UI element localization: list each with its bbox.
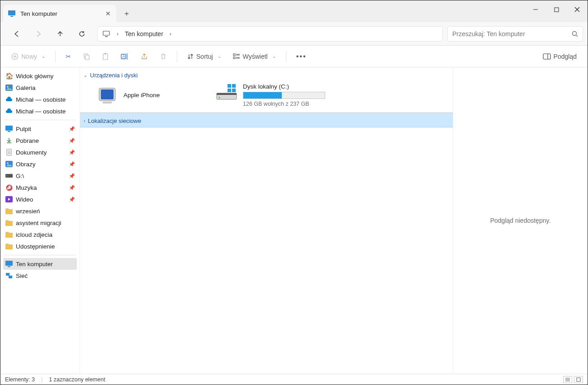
minimize-button[interactable] <box>525 0 546 19</box>
search-input[interactable]: Przeszukaj: Ten komputer <box>447 26 583 42</box>
sidebar-item-quick[interactable]: Pulpit📌 <box>3 123 77 135</box>
svg-rect-49 <box>103 102 112 103</box>
svg-rect-20 <box>233 54 235 56</box>
pin-icon: 📌 <box>69 138 75 144</box>
chevron-right-icon[interactable]: › <box>117 31 119 37</box>
sidebar-item-quick[interactable]: Dokumenty📌 <box>3 146 77 158</box>
close-window-button[interactable] <box>567 0 588 19</box>
cut-button[interactable]: ✂ <box>61 49 76 64</box>
svg-rect-45 <box>6 273 9 276</box>
sidebar-item-label: asystent migracji <box>16 220 62 226</box>
sidebar-item-quick[interactable]: Wideo📌 <box>3 193 77 205</box>
sidebar-item-gallery[interactable]: Galeria <box>3 82 77 94</box>
address-bar[interactable]: › Ten komputer › <box>97 26 443 42</box>
sidebar-item-home[interactable]: 🏠 Widok główny <box>3 70 77 82</box>
folder-icon <box>5 160 13 168</box>
separator <box>55 51 56 62</box>
svg-point-8 <box>573 31 577 35</box>
drive-icon <box>216 83 237 101</box>
svg-rect-53 <box>232 89 236 92</box>
folder-icon <box>5 136 13 145</box>
breadcrumb[interactable]: Ten komputer <box>125 30 163 38</box>
delete-button[interactable] <box>155 49 171 64</box>
folder-icon <box>5 242 13 250</box>
devices-and-drives: Apple iPhone <box>80 81 453 113</box>
pin-icon: 📌 <box>69 197 75 202</box>
new-tab-button[interactable]: ＋ <box>119 6 134 21</box>
sidebar-item-onedrive[interactable]: Michał — osobiste <box>3 94 77 105</box>
sidebar-item-quick[interactable]: Muzyka📌 <box>3 182 77 193</box>
back-button[interactable] <box>6 25 28 43</box>
view-icons-button[interactable] <box>574 376 583 383</box>
window-controls <box>525 0 588 19</box>
device-item[interactable]: Apple iPhone <box>96 83 205 107</box>
folder-icon <box>5 207 13 215</box>
status-selected-count: 1 zaznaczony element <box>49 376 105 383</box>
iphone-icon <box>96 86 118 104</box>
drive-space-text: 126 GB wolnych z 237 GB <box>243 101 325 107</box>
preview-empty-text: Podgląd niedostępny. <box>490 217 551 224</box>
window-tab[interactable]: Ten komputer ✕ <box>3 5 116 22</box>
address-bar-row: › Ten komputer › Przeszukaj: Ten kompute… <box>0 22 588 46</box>
group-header-network[interactable]: › Lokalizacje sieciowe <box>80 113 453 127</box>
paste-icon <box>102 53 109 60</box>
share-button[interactable] <box>136 49 152 64</box>
search-icon <box>572 31 578 37</box>
folder-icon <box>5 148 13 156</box>
svg-rect-0 <box>8 10 15 15</box>
network-icon <box>5 272 13 280</box>
pin-icon: 📌 <box>69 173 75 179</box>
sidebar-item-quick[interactable]: 2G:\📌 <box>3 170 77 182</box>
main-area: ⌄ Urządzenia i dyski Apple iPhone <box>80 67 588 374</box>
maximize-button[interactable] <box>546 0 567 19</box>
paste-button[interactable] <box>97 49 114 64</box>
sidebar-item-quick[interactable]: wrzesień <box>3 205 77 217</box>
sort-button[interactable]: Sortuj ⌄ <box>183 49 226 64</box>
separator <box>177 51 177 62</box>
svg-rect-52 <box>228 89 231 92</box>
home-icon: 🏠 <box>5 72 13 80</box>
new-button[interactable]: Nowy ⌄ <box>7 49 50 64</box>
view-button[interactable]: Wyświetl ⌄ <box>228 49 280 64</box>
sidebar-item-network[interactable]: Sieć <box>3 270 77 282</box>
plus-circle-icon <box>11 53 19 60</box>
sidebar-item-onedrive[interactable]: Michał — osobiste <box>3 105 77 117</box>
sidebar-item-label: Pulpit <box>16 126 31 132</box>
sidebar-item-quick[interactable]: Pobrane📌 <box>3 135 77 146</box>
view-details-button[interactable] <box>563 376 572 383</box>
folder-icon <box>5 183 13 192</box>
drive-item[interactable]: Dysk lokalny (C:) 126 GB wolnych z 237 G… <box>216 83 342 107</box>
svg-rect-3 <box>555 8 559 12</box>
chevron-down-icon: ⌄ <box>84 73 87 78</box>
svg-rect-14 <box>85 55 89 60</box>
view-icon <box>233 53 240 60</box>
drive-label: Dysk lokalny (C:) <box>243 83 325 90</box>
chevron-right-icon: › <box>84 118 85 123</box>
ellipsis-icon: ••• <box>296 52 307 61</box>
details-pane-button[interactable]: Podgląd <box>538 49 581 64</box>
content-pane[interactable]: ⌄ Urządzenia i dyski Apple iPhone <box>80 67 453 374</box>
forward-button[interactable] <box>28 25 49 43</box>
share-icon <box>141 53 148 60</box>
sidebar-item-quick[interactable]: Udostępnienie <box>3 240 77 252</box>
monitor-icon <box>102 30 110 38</box>
sidebar-item-thispc[interactable]: Ten komputer <box>3 258 77 270</box>
copy-button[interactable] <box>78 49 95 64</box>
svg-point-39 <box>6 175 7 176</box>
chevron-right-icon[interactable]: › <box>170 31 171 37</box>
up-button[interactable] <box>49 25 71 43</box>
sidebar-item-quick[interactable]: asystent migracji <box>3 217 77 229</box>
rename-button[interactable]: A <box>116 49 133 64</box>
search-placeholder: Przeszukaj: Ten komputer <box>452 30 572 38</box>
more-button[interactable]: ••• <box>292 49 311 64</box>
explorer-window: Ten komputer ✕ ＋ › Ten komputer › Przesz… <box>0 0 588 385</box>
pin-icon: 📌 <box>69 161 75 167</box>
refresh-button[interactable] <box>71 25 93 43</box>
tab-title: Ten komputer <box>20 10 57 17</box>
group-header-devices[interactable]: ⌄ Urządzenia i dyski <box>80 67 453 81</box>
sidebar-item-quick[interactable]: icloud zdjecia <box>3 229 77 240</box>
close-tab-icon[interactable]: ✕ <box>105 10 111 17</box>
navigation-pane: 🏠 Widok główny Galeria Michał — osobiste… <box>0 67 80 374</box>
sidebar-item-quick[interactable]: Obrazy📌 <box>3 158 77 170</box>
svg-rect-50 <box>228 84 231 88</box>
